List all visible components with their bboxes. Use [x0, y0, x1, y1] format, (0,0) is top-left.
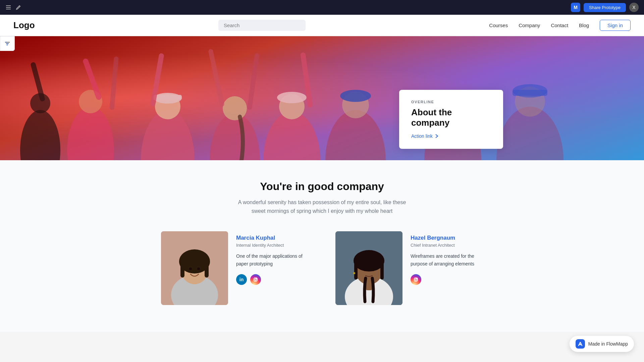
nav-courses[interactable]: Courses [489, 22, 508, 28]
hero-action-link[interactable]: Action link [411, 133, 491, 139]
hazel-description: Wireframes are created for the purpose o… [411, 252, 483, 267]
toolbar-right: M Share Prototype X [571, 3, 639, 12]
flowmapp-badge[interactable]: Made in FlowMapp [570, 336, 634, 352]
svg-point-56 [364, 268, 367, 271]
svg-point-58 [353, 272, 355, 274]
hazel-instagram-icon[interactable] [411, 274, 421, 285]
nav-blog[interactable]: Blog [579, 22, 589, 28]
marcia-socials: in [236, 274, 309, 285]
svg-rect-55 [380, 259, 384, 280]
nav-company[interactable]: Company [519, 22, 540, 28]
hero-illustration [0, 36, 644, 160]
hero-overline: OVERLINE [411, 100, 491, 104]
svg-point-12 [67, 107, 114, 160]
hazel-role: Chief Intranet Architect [411, 243, 483, 248]
section-subtitle: A wonderful serenity has taken possessio… [235, 198, 409, 215]
svg-point-44 [189, 267, 192, 270]
marcia-name: Marcia Kuphal [236, 235, 309, 241]
hero-title: About the company [411, 107, 491, 128]
section-title: You're in good company [13, 180, 631, 193]
person-info-marcia: Marcia Kuphal Internal Identity Architec… [236, 231, 309, 285]
marcia-photo-svg [161, 231, 228, 305]
close-button[interactable]: X [629, 3, 639, 12]
svg-rect-54 [354, 259, 358, 280]
sign-in-button[interactable]: Sign in [600, 20, 631, 31]
svg-rect-43 [205, 261, 209, 278]
toolbar-logo: M [571, 3, 580, 12]
svg-point-21 [223, 96, 247, 120]
hazel-socials [411, 274, 483, 285]
svg-point-53 [354, 250, 384, 272]
flowmapp-logo [576, 339, 585, 349]
svg-point-60 [415, 279, 417, 280]
toolbar: M Share Prototype X [0, 0, 644, 15]
svg-point-61 [417, 278, 417, 279]
svg-rect-35 [109, 56, 119, 110]
marcia-role: Internal Identity Architect [236, 243, 309, 248]
person-info-hazel: Hazel Bergnaum Chief Intranet Architect … [411, 231, 483, 285]
hazel-photo-svg [335, 231, 402, 305]
nav-contact[interactable]: Contact [551, 22, 568, 28]
svg-point-8 [7, 45, 8, 46]
svg-point-57 [372, 268, 375, 271]
search-wrapper [218, 20, 306, 31]
svg-point-48 [256, 278, 257, 279]
svg-rect-42 [180, 261, 184, 278]
site-header: Logo Courses Company Contact Blog Sign i… [0, 15, 644, 36]
svg-point-24 [277, 92, 307, 103]
hero-card: OVERLINE About the company Action link [399, 90, 503, 149]
list-icon[interactable] [5, 4, 11, 10]
filter-icon-button[interactable] [0, 36, 15, 51]
svg-rect-18 [154, 95, 182, 100]
marcia-linkedin-icon[interactable]: in [236, 274, 247, 285]
search-input[interactable] [218, 20, 306, 31]
svg-point-45 [197, 267, 200, 270]
marcia-description: One of the major applications of paper p… [236, 252, 309, 267]
svg-point-28 [340, 90, 371, 102]
site-logo: Logo [13, 20, 35, 31]
svg-rect-36 [208, 49, 225, 107]
toolbar-left [5, 4, 21, 10]
pencil-icon[interactable] [15, 4, 21, 10]
good-company-section: You're in good company A wonderful seren… [0, 160, 644, 332]
marcia-instagram-icon[interactable] [250, 274, 261, 285]
person-photo-marcia [161, 231, 228, 305]
svg-point-62 [580, 344, 581, 345]
svg-point-47 [255, 279, 257, 280]
person-card-hazel: Hazel Bergnaum Chief Intranet Architect … [335, 231, 483, 305]
svg-rect-37 [247, 53, 260, 110]
people-cards-container: Marcia Kuphal Internal Identity Architec… [138, 231, 506, 305]
person-card-marcia: Marcia Kuphal Internal Identity Architec… [161, 231, 309, 305]
flowmapp-badge-text: Made in FlowMapp [588, 341, 628, 347]
svg-rect-34 [513, 90, 547, 96]
person-photo-hazel [335, 231, 402, 305]
hazel-name: Hazel Bergnaum [411, 235, 483, 241]
page-wrapper: Logo Courses Company Contact Blog Sign i… [0, 15, 644, 332]
share-prototype-button[interactable]: Share Prototype [584, 3, 626, 12]
svg-point-7 [7, 43, 8, 44]
svg-point-6 [6, 42, 7, 43]
hero-section: OVERLINE About the company Action link [0, 36, 644, 160]
site-nav: Courses Company Contact Blog Sign in [489, 20, 631, 31]
svg-point-9 [20, 110, 60, 160]
